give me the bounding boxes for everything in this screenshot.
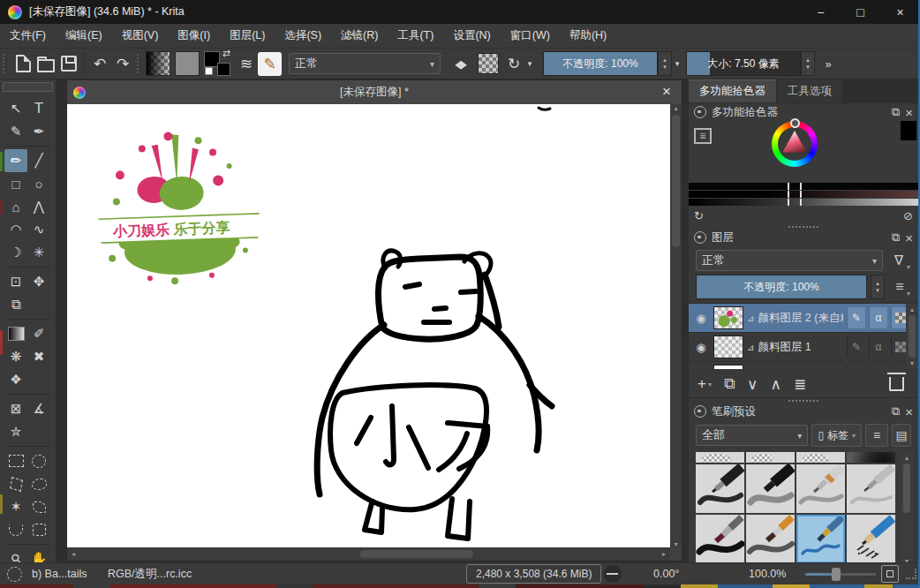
tool-line[interactable]: ╱ bbox=[27, 149, 50, 172]
docker-lock-icon[interactable] bbox=[694, 231, 706, 244]
brush-size-slider[interactable]: 大小: 7.50 像素 bbox=[686, 51, 801, 76]
tool-freehand-brush[interactable]: ✏ bbox=[4, 149, 27, 172]
tool-pattern-edit[interactable]: ⊠ bbox=[4, 397, 27, 420]
menu-filter[interactable]: 滤镜(R) bbox=[331, 28, 388, 43]
tab-tool-options[interactable]: 工具选项 bbox=[776, 79, 842, 102]
shade-bar-1[interactable] bbox=[689, 183, 918, 190]
tool-freehand-path[interactable]: ∿ bbox=[27, 218, 50, 241]
spin-down-icon[interactable]: ▾ bbox=[806, 64, 810, 71]
tool-dynamic-brush[interactable]: ☽ bbox=[4, 241, 27, 264]
add-layer-button[interactable]: +▾ bbox=[698, 375, 712, 393]
canvas-hscrollbar[interactable]: ◂ ▸ bbox=[67, 547, 670, 561]
tool-rectangle[interactable]: □ bbox=[4, 172, 27, 195]
tool-freehand-select[interactable] bbox=[27, 472, 50, 495]
brush-preset-thumbnail[interactable] bbox=[696, 452, 744, 463]
preset-filter-combo[interactable]: 全部 ▾ bbox=[696, 425, 808, 446]
float-docker-icon[interactable]: ⧉ bbox=[892, 230, 900, 245]
spin-up-icon[interactable]: ▴ bbox=[806, 57, 810, 64]
new-document-button[interactable] bbox=[11, 52, 34, 75]
statusbar-color-profile[interactable]: RGB/透明...rc.icc bbox=[108, 563, 192, 584]
tool-select-shapes[interactable]: ↖ bbox=[4, 97, 27, 120]
tool-edit-shapes[interactable]: ✎ bbox=[4, 120, 27, 143]
redo-button[interactable]: ↷ bbox=[111, 52, 134, 75]
menu-window[interactable]: 窗口(W) bbox=[501, 28, 560, 43]
toolbar-overflow-button[interactable]: » bbox=[817, 52, 840, 75]
close-docker-icon[interactable]: × bbox=[905, 230, 913, 245]
brush-size-spinner[interactable]: ▴ ▾ bbox=[801, 51, 815, 76]
hsv-triangle[interactable] bbox=[780, 129, 810, 159]
opacity-slider[interactable]: 不透明度: 100% bbox=[543, 51, 658, 76]
layer-name[interactable]: 颜料图层 1 bbox=[758, 340, 843, 355]
layer-opacity-spinner[interactable]: ▴ ▾ bbox=[871, 275, 885, 299]
tool-rect-select[interactable] bbox=[4, 449, 27, 472]
reload-preset-button[interactable]: ↻ bbox=[502, 52, 525, 75]
pattern-chooser[interactable] bbox=[175, 51, 200, 76]
close-button[interactable]: × bbox=[880, 0, 920, 24]
refresh-icon[interactable]: ↻ bbox=[694, 209, 704, 222]
layer-visibility-icon[interactable]: ◉ bbox=[692, 312, 710, 325]
brush-preset-thumbnail[interactable] bbox=[696, 464, 744, 513]
tool-move[interactable]: ✥ bbox=[27, 270, 50, 293]
menu-edit[interactable]: 编辑(E) bbox=[56, 28, 112, 43]
scroll-right-icon[interactable]: ▸ bbox=[658, 550, 670, 558]
layer-row-paint2[interactable]: ◉ ⊿ 颜料图层 2 (来自粘贴) ✎ α bbox=[689, 304, 909, 333]
statusbar-preset-name[interactable]: b) Ba...tails bbox=[32, 563, 87, 584]
move-layer-down-button[interactable]: ∨ bbox=[747, 375, 758, 394]
save-button[interactable] bbox=[57, 52, 80, 75]
layer-name[interactable]: 背景 bbox=[758, 369, 843, 370]
layer-visibility-icon[interactable]: ◉ bbox=[692, 341, 710, 354]
shade-bar-3[interactable] bbox=[689, 199, 918, 206]
zoom-percentage[interactable]: 100.0% bbox=[749, 563, 786, 584]
eraser-mode-button[interactable]: ◆ bbox=[449, 55, 472, 72]
brush-preset-thumbnail[interactable] bbox=[746, 464, 795, 513]
alpha-inherit-icon[interactable]: α bbox=[869, 366, 887, 369]
canvas-close-icon[interactable]: × bbox=[657, 80, 676, 103]
scroll-left-icon[interactable]: ◂ bbox=[67, 550, 79, 558]
preset-scroll-thumb[interactable] bbox=[903, 464, 910, 513]
tool-bezier-curve[interactable]: ◠ bbox=[4, 218, 27, 241]
layer-properties-button[interactable]: ≣ bbox=[794, 375, 806, 394]
canvas-vscrollbar[interactable]: ▴ ▾ bbox=[670, 104, 682, 548]
alpha-inherit-icon[interactable]: α bbox=[869, 336, 887, 358]
selector-settings-icon[interactable]: ≣ bbox=[694, 128, 712, 144]
spin-down-icon[interactable]: ▾ bbox=[663, 64, 667, 71]
canvas-rotation-dial[interactable] bbox=[604, 563, 622, 584]
tool-calligraphy[interactable]: ✒ bbox=[27, 120, 50, 143]
brush-editor-button[interactable]: ✎ bbox=[258, 52, 282, 76]
minimize-button[interactable]: − bbox=[801, 0, 841, 24]
menu-file[interactable]: 文件(F) bbox=[0, 28, 56, 43]
layer-name[interactable]: 颜料图层 2 (来自粘贴) bbox=[758, 311, 843, 326]
tool-bezier-select[interactable] bbox=[27, 495, 50, 518]
no-color-icon[interactable]: ⊘ bbox=[903, 209, 913, 222]
menu-help[interactable]: 帮助(H) bbox=[560, 28, 616, 43]
tool-polygon[interactable]: ⌂ bbox=[4, 195, 27, 218]
blending-mode-combo[interactable]: 正常 ▾ bbox=[289, 53, 441, 74]
brush-preset-thumbnail[interactable] bbox=[746, 452, 795, 463]
canvas[interactable]: 小刀娱乐 乐于分享 bbox=[67, 104, 670, 548]
layer-row-background[interactable]: ◉ ⊿ 背景 α bbox=[689, 362, 909, 369]
chevron-down-icon[interactable]: ▾ bbox=[672, 52, 682, 75]
layer-filter-button[interactable]: ∇ ▾ bbox=[886, 250, 911, 271]
zoom-slider-handle[interactable] bbox=[832, 568, 841, 581]
delete-layer-button[interactable] bbox=[889, 377, 904, 391]
layer-thumbnail[interactable] bbox=[713, 335, 743, 358]
float-docker-icon[interactable]: ⧉ bbox=[892, 404, 900, 418]
tool-fill[interactable]: ❖ bbox=[4, 368, 27, 391]
default-colors-swatch[interactable] bbox=[205, 67, 213, 75]
tool-enclose-fill-select[interactable] bbox=[27, 518, 50, 541]
docker-lock-icon[interactable] bbox=[694, 405, 706, 418]
tool-text[interactable]: T bbox=[27, 97, 50, 120]
spin-up-icon[interactable]: ▴ bbox=[663, 57, 667, 64]
toolbar-grip[interactable] bbox=[3, 54, 9, 73]
layer-menu-button[interactable]: ≡ ▾ bbox=[888, 276, 911, 298]
display-config-button[interactable]: ▤ bbox=[892, 424, 911, 447]
scroll-up-icon[interactable]: ▴ bbox=[901, 454, 913, 462]
toolbar-grip[interactable] bbox=[137, 54, 143, 73]
tool-gradient[interactable] bbox=[4, 322, 27, 345]
scroll-up-icon[interactable]: ▴ bbox=[907, 305, 918, 313]
tool-polyline[interactable]: ⋀ bbox=[27, 195, 50, 218]
hscroll-thumb[interactable] bbox=[360, 550, 473, 558]
alpha-inherit-icon[interactable]: α bbox=[869, 307, 887, 328]
swap-colors-icon[interactable]: ⇄ bbox=[222, 48, 230, 59]
brush-preset-thumbnail[interactable] bbox=[847, 464, 895, 513]
